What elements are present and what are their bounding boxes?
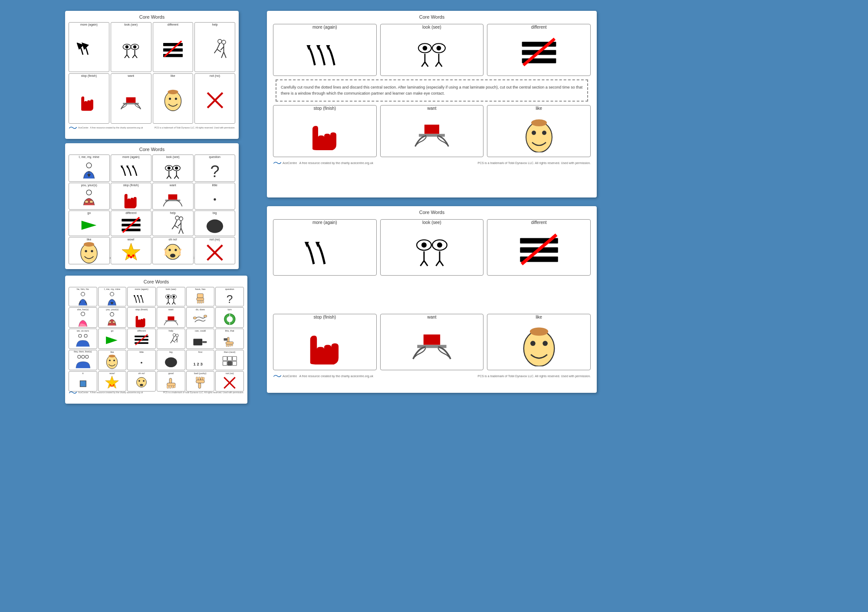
card-2: Core Words I, me, my, mine more (again) <box>65 143 239 269</box>
svg-rect-176 <box>196 377 198 380</box>
cell-ohno: oh no! <box>152 237 194 264</box>
card-5-title: Core Words <box>270 210 593 215</box>
cell-little: little <box>194 183 236 210</box>
cell-we: we, us ours <box>69 329 97 349</box>
svg-line-99 <box>172 302 174 304</box>
cell-first: first 1 2 3 <box>186 350 215 370</box>
svg-line-17 <box>217 49 221 52</box>
svg-rect-159 <box>80 381 86 387</box>
svg-point-146 <box>107 355 118 369</box>
cell-i-2: I, me, my, mine <box>98 287 127 306</box>
svg-point-148 <box>114 360 115 362</box>
cell-more-3: more (again) <box>127 287 156 306</box>
cell-like: like <box>153 73 194 124</box>
svg-point-3 <box>133 45 136 48</box>
svg-rect-179 <box>203 377 204 380</box>
card-3: Core Words he, him, his I, me, my, mine <box>65 276 247 404</box>
cell-different-3: different <box>127 329 156 349</box>
cell-different-lg2: different <box>487 219 591 276</box>
cell-wow-2: wow! <box>98 371 127 392</box>
svg-point-211 <box>437 243 442 248</box>
cell-big: big <box>194 211 236 236</box>
svg-point-108 <box>81 312 85 316</box>
svg-point-1 <box>125 45 128 48</box>
svg-rect-139 <box>228 344 229 347</box>
svg-point-68 <box>207 220 223 233</box>
svg-rect-155 <box>233 356 237 361</box>
svg-rect-141 <box>232 344 233 346</box>
cell-want-2: want <box>152 183 194 210</box>
card-1-footer: AceCentre A free resource created by the… <box>69 125 235 130</box>
svg-line-16 <box>214 49 217 53</box>
card-4-footer: AceCentre A free resource created by the… <box>270 161 593 165</box>
svg-line-22 <box>220 47 224 50</box>
svg-point-224 <box>523 331 554 366</box>
card-4: Core Words more (again) look (see) <box>267 11 597 197</box>
cell-not-2: not (no) <box>194 237 236 264</box>
svg-rect-138 <box>226 344 227 347</box>
cell-look-lg2: look (see) <box>380 219 484 276</box>
svg-line-130 <box>172 340 175 342</box>
svg-point-121 <box>84 334 87 337</box>
svg-point-74 <box>130 256 132 258</box>
card-5-footer: AceCentre A free resource created by the… <box>270 374 593 378</box>
svg-rect-177 <box>199 377 201 380</box>
acecentre-logo-5: AceCentre A free resource created by the… <box>273 374 373 378</box>
cell-he: he, him, his <box>69 287 97 306</box>
cell-more: more (again) <box>69 22 109 72</box>
cell-more-2: more (again) <box>111 155 152 182</box>
cell-like-lg2: like <box>487 314 591 370</box>
cell-want-lg2: want <box>380 314 484 370</box>
svg-point-163 <box>113 385 115 386</box>
svg-point-80 <box>170 253 175 257</box>
svg-rect-104 <box>199 300 201 303</box>
cell-you-2: you, your(s) <box>98 307 127 328</box>
svg-rect-172 <box>172 385 174 388</box>
cell-wow: wow! <box>111 237 152 264</box>
cell-she: she, her(s) <box>69 307 97 328</box>
svg-rect-115 <box>204 315 207 317</box>
svg-point-204 <box>542 131 546 135</box>
svg-point-86 <box>110 292 114 296</box>
svg-line-9 <box>135 55 137 58</box>
svg-rect-50 <box>90 201 93 203</box>
svg-rect-49 <box>85 201 89 203</box>
svg-rect-106 <box>203 300 204 303</box>
svg-point-144 <box>82 355 85 358</box>
svg-marker-54 <box>82 221 97 230</box>
cell-like-2: like <box>69 237 110 264</box>
svg-point-187 <box>423 46 427 51</box>
svg-rect-111 <box>113 321 115 323</box>
svg-rect-137 <box>226 342 233 345</box>
svg-point-227 <box>529 328 548 336</box>
cell-like-lg: like <box>487 105 591 157</box>
cell-like-3: like <box>98 350 127 370</box>
card-1-title: Core Words <box>69 14 235 20</box>
svg-rect-101 <box>197 294 204 298</box>
svg-point-28 <box>168 90 178 94</box>
svg-rect-112 <box>168 316 174 320</box>
svg-point-31 <box>86 163 92 168</box>
svg-point-53 <box>214 198 216 201</box>
svg-point-92 <box>167 296 169 298</box>
cell-stop-lg2: stop (finish) <box>273 314 377 370</box>
svg-point-48 <box>86 190 92 195</box>
svg-line-46 <box>177 175 179 178</box>
acecentre-logo-4: AceCentre A free resource created by the… <box>273 161 373 165</box>
svg-line-192 <box>425 62 428 67</box>
card-2-title: Core Words <box>69 147 235 152</box>
svg-line-213 <box>421 261 424 266</box>
svg-line-8 <box>132 55 135 58</box>
svg-line-128 <box>172 336 174 341</box>
svg-rect-171 <box>169 385 171 388</box>
svg-line-66 <box>181 228 183 234</box>
cell-help-2: help <box>152 211 194 236</box>
svg-rect-105 <box>201 300 202 303</box>
svg-rect-200 <box>424 125 439 134</box>
cell-look: look (see) <box>111 22 151 72</box>
svg-rect-134 <box>194 339 203 345</box>
cell-little-2: little <box>127 350 156 370</box>
empty-space <box>270 277 593 312</box>
cell-question-2: question ? <box>215 287 244 306</box>
cell-not: not (no) <box>194 73 235 124</box>
